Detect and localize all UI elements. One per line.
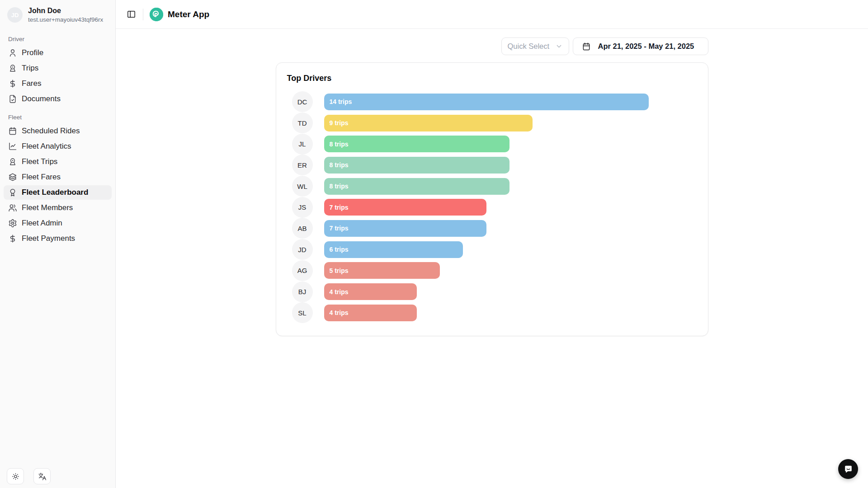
sidebar-item-fleet-leaderboard[interactable]: Fleet Leaderboard: [4, 185, 112, 200]
sidebar-item-trips[interactable]: Trips: [4, 61, 112, 75]
card-title: Top Drivers: [287, 74, 697, 83]
top-header: Meter App: [116, 0, 868, 29]
driver-avatar: AB: [292, 218, 313, 239]
driver-avatar: SL: [292, 302, 313, 323]
sidebar-footer: [7, 468, 51, 484]
driver-avatar: WL: [292, 176, 313, 197]
languages-icon: [38, 472, 47, 481]
trips-bar: 8 trips: [324, 157, 509, 174]
driver-avatar: JL: [292, 134, 313, 155]
users-icon: [8, 203, 17, 212]
sidebar-item-fleet-admin[interactable]: Fleet Admin: [4, 216, 112, 230]
calendar-icon: [582, 42, 591, 51]
sidebar-item-fleet-payments[interactable]: Fleet Payments: [4, 231, 112, 246]
trips-bar-label: 9 trips: [324, 119, 349, 127]
trips-bar: 4 trips: [324, 283, 417, 300]
sidebar-item-fleet-analytics[interactable]: Fleet Analytics: [4, 139, 112, 154]
trips-bar: 8 trips: [324, 136, 509, 152]
sidebar-item-label: Fleet Admin: [22, 219, 62, 228]
leaderboard-row: BJ 4 trips: [287, 281, 697, 302]
trips-bar: 8 trips: [324, 178, 509, 195]
trips-bar: 9 trips: [324, 115, 533, 131]
map-pin-icon: [8, 64, 17, 73]
driver-avatar: ER: [292, 155, 313, 175]
sidebar-item-label: Fleet Leaderboard: [22, 188, 88, 197]
user-block[interactable]: JD John Doe test.user+mayoiuv43tqf96rx: [0, 0, 115, 28]
trips-bar: 6 trips: [324, 241, 463, 258]
sidebar-item-label: Scheduled Rides: [22, 127, 80, 136]
sidebar-section-label: Driver: [0, 36, 115, 42]
chart-line-icon: [8, 142, 17, 151]
user-name: John Doe: [28, 6, 103, 16]
sidebar-item-fleet-members[interactable]: Fleet Members: [4, 201, 112, 215]
quick-select-label: Quick Select: [508, 42, 550, 51]
sidebar-item-fleet-trips[interactable]: Fleet Trips: [4, 155, 112, 169]
panel-left-icon: [127, 9, 136, 19]
trips-bar-label: 7 trips: [324, 204, 349, 211]
sidebar-item-label: Fleet Fares: [22, 173, 61, 182]
trips-bar-label: 7 trips: [324, 225, 349, 232]
leaderboard-row: TD 9 trips: [287, 113, 697, 134]
avatar: JD: [7, 7, 23, 23]
date-range-label: Apr 21, 2025 - May 21, 2025: [598, 42, 694, 51]
leaderboard-row: AB 7 trips: [287, 218, 697, 239]
sidebar-item-documents[interactable]: Documents: [4, 92, 112, 106]
chat-widget-button[interactable]: [838, 459, 858, 479]
dollar-icon: [8, 79, 17, 88]
leaderboard-row: JL 8 trips: [287, 133, 697, 155]
theme-toggle-button[interactable]: [7, 468, 24, 484]
trips-bar-label: 5 trips: [324, 267, 349, 274]
sidebar-item-scheduled-rides[interactable]: Scheduled Rides: [4, 124, 112, 138]
logo-swirl-icon: [150, 8, 163, 21]
trips-bar: 7 trips: [324, 199, 486, 216]
trips-bar-label: 14 trips: [324, 98, 352, 105]
sidebar-item-profile[interactable]: Profile: [4, 46, 112, 60]
leaderboard-rows: DC 14 trips TD 9 trips JL 8 trips ER 8 t…: [287, 91, 697, 324]
trips-bar: 7 trips: [324, 220, 486, 237]
sidebar: JD John Doe test.user+mayoiuv43tqf96rx D…: [0, 0, 116, 488]
leaderboard-row: AG 5 trips: [287, 260, 697, 282]
chevron-down-icon: [555, 42, 563, 50]
trips-bar-label: 4 trips: [324, 309, 349, 316]
leaderboard-row: JS 7 trips: [287, 197, 697, 218]
user-icon: [8, 48, 17, 57]
leaderboard-row: WL 8 trips: [287, 176, 697, 197]
driver-avatar: AG: [292, 260, 313, 281]
map-pin-icon: [8, 157, 17, 166]
leaderboard-row: JD 6 trips: [287, 239, 697, 260]
driver-avatar: JD: [292, 239, 313, 260]
app-logo: [150, 8, 163, 21]
quick-select-dropdown[interactable]: Quick Select: [501, 38, 569, 55]
sidebar-toggle-button[interactable]: [124, 7, 138, 22]
trips-bar-label: 4 trips: [324, 288, 349, 296]
sidebar-item-label: Fleet Trips: [22, 157, 57, 166]
main-content: Quick Select Apr 21, 2025 - May 21, 2025…: [116, 0, 868, 336]
chat-bubble-icon: [843, 464, 854, 474]
language-button[interactable]: [33, 468, 51, 484]
driver-avatar: BJ: [292, 282, 313, 302]
trips-bar-label: 8 trips: [324, 161, 349, 169]
sidebar-item-label: Documents: [22, 94, 61, 103]
sidebar-nav: Driver Profile Trips Fares Documents Fle…: [0, 36, 115, 246]
sidebar-item-label: Trips: [22, 64, 38, 73]
trips-bar: 4 trips: [324, 305, 417, 321]
sidebar-item-fleet-fares[interactable]: Fleet Fares: [4, 170, 112, 184]
sidebar-section: Driver Profile Trips Fares Documents: [0, 36, 115, 106]
trips-bar-label: 8 trips: [324, 141, 349, 148]
trips-bar: 5 trips: [324, 262, 440, 279]
leaderboard-row: SL 4 trips: [287, 302, 697, 324]
top-drivers-card: Top Drivers DC 14 trips TD 9 trips JL 8 …: [276, 62, 708, 336]
trips-bar-label: 8 trips: [324, 183, 349, 190]
gear-icon: [8, 219, 17, 228]
sidebar-item-label: Fares: [22, 79, 41, 88]
sidebar-item-label: Profile: [22, 48, 43, 57]
sun-icon: [11, 472, 20, 481]
award-icon: [8, 188, 17, 197]
dollar-icon: [8, 234, 17, 243]
sidebar-item-fares[interactable]: Fares: [4, 76, 112, 91]
sidebar-item-label: Fleet Analytics: [22, 142, 71, 151]
header-divider: [143, 9, 143, 20]
driver-avatar: TD: [292, 113, 313, 133]
sidebar-section-label: Fleet: [0, 114, 115, 121]
date-range-button[interactable]: Apr 21, 2025 - May 21, 2025: [573, 38, 708, 55]
